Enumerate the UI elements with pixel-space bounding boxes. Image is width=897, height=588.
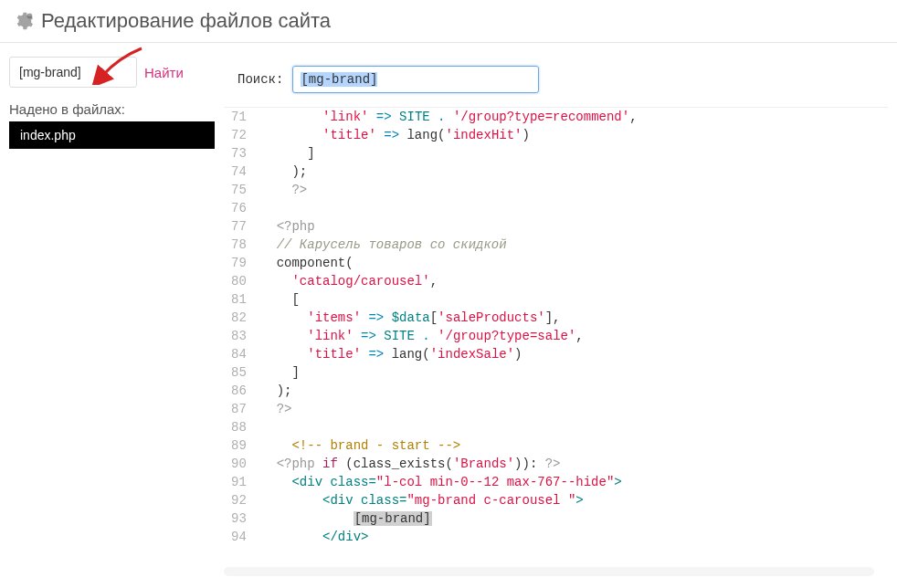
horizontal-scrollbar[interactable]: [224, 567, 874, 576]
page-title: Редактирование файлов сайта: [41, 9, 331, 33]
gear-icon: [14, 11, 34, 31]
editor-search-label: Поиск:: [237, 72, 283, 87]
editor-panel: Поиск: [mg-brand] 7172737475767778798081…: [224, 43, 897, 585]
file-list: index.php: [9, 121, 215, 149]
editor-search-input[interactable]: [mg-brand]: [292, 66, 539, 93]
file-item[interactable]: index.php: [9, 121, 215, 149]
code-editor[interactable]: 7172737475767778798081828384858687888990…: [224, 107, 888, 562]
sidebar: Найти Надено в файлах: index.php: [0, 43, 224, 585]
sidebar-search-input[interactable]: [9, 57, 137, 88]
find-button[interactable]: Найти: [144, 65, 184, 80]
found-in-files-label: Надено в файлах:: [9, 101, 215, 117]
page-header: Редактирование файлов сайта: [0, 0, 897, 43]
svg-point-0: [26, 14, 32, 19]
